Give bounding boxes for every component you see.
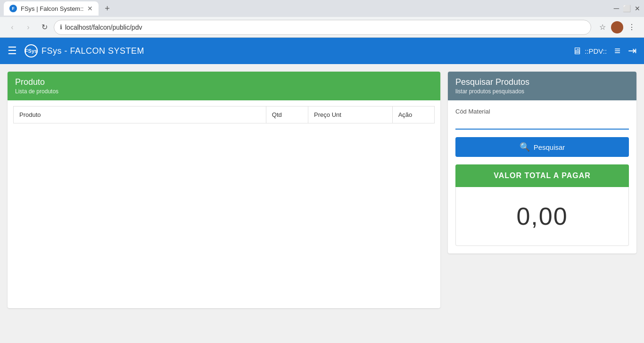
search-panel-subtitle: listar produtos pesquisados xyxy=(455,88,629,95)
back-button[interactable]: ‹ xyxy=(6,21,19,34)
url-text: localhost/falcon/public/pdv xyxy=(65,24,142,31)
product-table-body xyxy=(14,123,435,302)
col-header-acao: Ação xyxy=(392,106,434,123)
hamburger-menu-button[interactable]: ☰ xyxy=(8,45,17,57)
bookmark-button[interactable]: ☆ xyxy=(596,21,609,34)
product-table-head: Produto Qtd Preço Unt Ação xyxy=(14,106,435,123)
maximize-button[interactable]: ⬜ xyxy=(623,5,631,12)
toolbar-actions: ☆ ⋮ xyxy=(596,21,638,34)
browser-tab-active[interactable]: F FSys | Falcon System:: ✕ xyxy=(4,1,99,16)
search-panel-title: Pesquisar Produtos xyxy=(455,77,629,87)
product-panel: Produto Lista de produtos Produto Qtd Pr… xyxy=(8,72,440,308)
browser-chrome: F FSys | Falcon System:: ✕ + ─ ⬜ ✕ ‹ › ↻… xyxy=(0,0,644,343)
monitor-icon: 🖥 xyxy=(572,46,582,57)
product-panel-subtitle: Lista de produtos xyxy=(15,88,433,95)
reload-button[interactable]: ↻ xyxy=(38,21,51,34)
col-header-produto: Produto xyxy=(14,106,266,123)
total-button[interactable]: VALOR TOTAL A PAGAR xyxy=(455,164,629,187)
browser-titlebar: F FSys | Falcon System:: ✕ + ─ ⬜ ✕ xyxy=(0,0,644,17)
tab-favicon: F xyxy=(9,5,17,12)
pdv-label: 🖥 ::PDV:: xyxy=(572,46,607,57)
topnav-logo: FSys FSys - FALCON SYSTEM xyxy=(25,44,144,57)
forward-button[interactable]: › xyxy=(22,21,35,34)
logo-icon: FSys xyxy=(25,44,38,57)
address-bar[interactable]: ℹ localhost/falcon/public/pdv xyxy=(54,20,591,35)
col-header-preco: Preço Unt xyxy=(308,106,393,123)
tab-close-button[interactable]: ✕ xyxy=(87,5,93,12)
main-content: Produto Lista de produtos Produto Qtd Pr… xyxy=(0,64,644,316)
list-view-button[interactable]: ≡ xyxy=(614,45,620,57)
cod-material-label: Cód Material xyxy=(455,108,629,115)
total-value-box: 0,00 xyxy=(455,187,629,246)
col-header-qtd: Qtd xyxy=(266,106,308,123)
lock-icon: ℹ xyxy=(60,24,62,31)
profile-button[interactable] xyxy=(611,21,623,33)
browser-toolbar: ‹ › ↻ ℹ localhost/falcon/public/pdv ☆ ⋮ xyxy=(0,17,644,38)
logout-button[interactable]: ⇥ xyxy=(628,45,636,57)
search-button[interactable]: 🔍 Pesquisar xyxy=(455,137,629,157)
search-panel-header: Pesquisar Produtos listar produtos pesqu… xyxy=(448,72,636,100)
minimize-button[interactable]: ─ xyxy=(614,4,619,13)
app-title: FSys - FALCON SYSTEM xyxy=(41,46,144,56)
total-value: 0,00 xyxy=(516,203,568,230)
product-panel-header: Produto Lista de produtos xyxy=(8,72,440,100)
close-button[interactable]: ✕ xyxy=(635,5,640,12)
search-icon: 🔍 xyxy=(520,142,530,152)
cod-material-input[interactable] xyxy=(455,117,629,130)
total-button-label: VALOR TOTAL A PAGAR xyxy=(494,172,591,180)
search-panel: Pesquisar Produtos listar produtos pesqu… xyxy=(448,72,636,253)
topnav: ☰ FSys FSys - FALCON SYSTEM 🖥 ::PDV:: ≡ … xyxy=(0,38,644,64)
menu-button[interactable]: ⋮ xyxy=(625,21,638,34)
pdv-text: ::PDV:: xyxy=(585,47,607,55)
app-page: ☰ FSys FSys - FALCON SYSTEM 🖥 ::PDV:: ≡ … xyxy=(0,38,644,343)
tab-title: FSys | Falcon System:: xyxy=(21,5,83,12)
topnav-right: 🖥 ::PDV:: ≡ ⇥ xyxy=(572,45,636,57)
new-tab-button[interactable]: + xyxy=(100,2,114,15)
product-panel-title: Produto xyxy=(15,77,433,87)
cod-material-group: Cód Material xyxy=(455,108,629,130)
search-panel-body: Cód Material 🔍 Pesquisar VALOR TOTAL A P… xyxy=(448,100,636,253)
product-table: Produto Qtd Preço Unt Ação xyxy=(13,106,435,302)
total-section: VALOR TOTAL A PAGAR 0,00 xyxy=(455,164,629,246)
search-button-label: Pesquisar xyxy=(534,143,565,151)
